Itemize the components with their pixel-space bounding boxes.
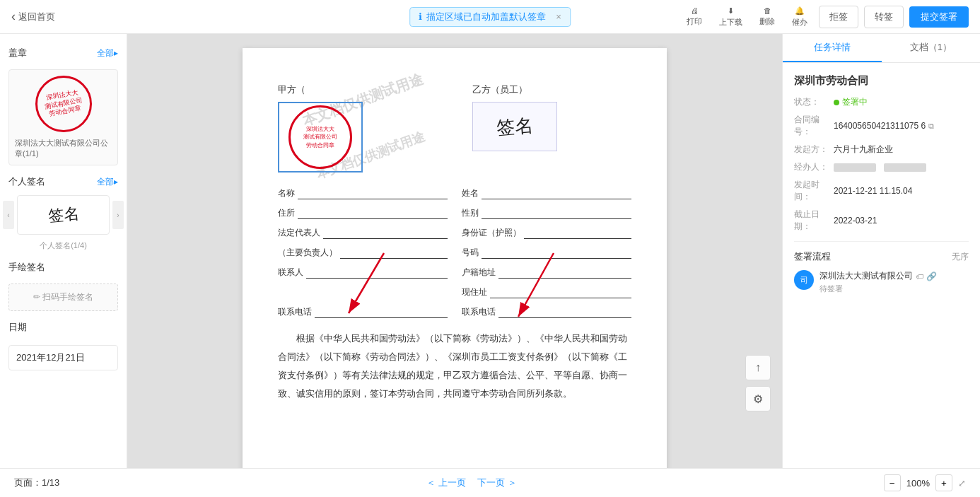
company-stamp-label: 深圳法大大测试有限公司公章(1/1) <box>15 138 112 159</box>
deadline-value: 2022-03-21 <box>834 209 969 233</box>
page-info: 页面：1/13 <box>14 476 59 489</box>
process-name: 深圳法大大测试有限公司 🏷 🔗 <box>819 270 969 282</box>
party-b-sig-box: 乙方（员工） 签名 <box>472 83 631 173</box>
contract-no-value: 164005650421311075 6 ⧉ <box>834 114 969 138</box>
notice-bar-wrapper: ℹ 描定区域已自动加盖默认签章 × <box>409 7 571 27</box>
field-b-phone-line <box>498 305 631 318</box>
tab-document[interactable]: 文档（1） <box>882 34 981 62</box>
field-empty <box>278 286 448 298</box>
field-legal-rep: 法定代表人 <box>278 226 448 239</box>
document-page: 本文档仅供测试用途 本文档仅供测试用途 <box>243 48 667 468</box>
link-icon: 🔗 <box>926 271 937 281</box>
sig-next-button[interactable]: › <box>112 201 124 229</box>
document-scroll-area: 本文档仅供测试用途 本文档仅供测试用途 <box>127 34 782 468</box>
tab-task-details[interactable]: 任务详情 <box>783 34 882 62</box>
print-icon: 🖨 <box>691 6 699 15</box>
field-hukou-line <box>498 266 631 279</box>
zoom-in-button[interactable]: + <box>935 474 952 491</box>
print-button[interactable]: 🖨 打印 <box>681 4 708 30</box>
field-current-addr: 现住址 <box>462 286 631 298</box>
notice-close-icon[interactable]: × <box>556 11 561 22</box>
sig-prev-button[interactable]: ‹ <box>3 201 14 229</box>
field-gender: 性别 <box>462 206 631 219</box>
delete-button[interactable]: 🗑 删除 <box>754 4 781 30</box>
delete-icon: 🗑 <box>764 6 771 15</box>
process-item: 司 深圳法大大测试有限公司 🏷 🔗 待签署 <box>794 270 969 294</box>
handwrite-label: 手绘签名 <box>8 261 45 274</box>
scroll-up-button[interactable]: ↑ <box>745 355 771 380</box>
form-row-2: 住所 性别 <box>278 206 631 219</box>
page-navigation: ＜ 上一页 下一页 ＞ <box>426 476 516 489</box>
download-button[interactable]: ⬇ 上下载 <box>713 4 748 30</box>
field-gender-line <box>482 206 631 219</box>
next-page-button[interactable]: 下一页 ＞ <box>477 476 517 489</box>
field-contact-line <box>306 266 448 279</box>
reject-button[interactable]: 拒签 <box>819 6 858 28</box>
employee-sig-box[interactable]: 签名 <box>472 102 557 151</box>
process-no-link: 无序 <box>952 251 969 263</box>
download-icon: ⬇ <box>728 6 734 16</box>
field-name: 名称 <box>278 187 448 199</box>
stamp-section-header: 盖章 全部▸ <box>0 42 127 64</box>
transfer-button[interactable]: 转签 <box>864 6 904 28</box>
sender-value: 六月十九新企业 <box>834 144 969 156</box>
status-value: 签署中 <box>834 96 969 108</box>
field-address: 住所 <box>278 206 448 219</box>
notice-text: 描定区域已自动加盖默认签章 <box>426 11 546 23</box>
party-b-label: 乙方（员工） <box>472 83 631 96</box>
form-row-1: 名称 姓名 <box>278 187 631 199</box>
date-label: 日期 <box>8 321 27 334</box>
field-name-line <box>298 187 448 199</box>
right-panel: 任务详情 文档（1） 深圳市劳动合同 状态： 签署中 合同编号： 1640056… <box>782 34 980 468</box>
personal-sig-all-link[interactable]: 全部▸ <box>97 176 118 188</box>
status-label: 状态： <box>794 96 834 108</box>
handler-value <box>834 161 969 173</box>
status-text: 签署中 <box>842 96 868 108</box>
submit-button[interactable]: 提交签署 <box>909 6 969 28</box>
field-id-line <box>524 226 631 239</box>
field-a-phone-line <box>315 305 448 318</box>
company-stamp-doc-text: 深圳法大大测试有限公司劳动合同章 <box>303 125 337 149</box>
personal-sig-preview[interactable]: 签名 <box>17 195 110 235</box>
right-tabs: 任务详情 文档（1） <box>783 34 980 63</box>
company-stamp-text: 深圳法大大测试有限公司劳动合同章 <box>42 88 84 119</box>
company-stamp-circle: 深圳法大大测试有限公司劳动合同章 <box>35 76 92 132</box>
field-address-line <box>298 206 448 219</box>
remind-button[interactable]: 🔔 催办 <box>786 4 813 30</box>
remind-icon: 🔔 <box>795 6 805 16</box>
field-legal-rep-line <box>323 226 448 239</box>
back-arrow-icon: ‹ <box>11 9 16 24</box>
company-stamp-preview[interactable]: 深圳法大大测试有限公司劳动合同章 深圳法大大测试有限公司公章(1/1) <box>8 69 118 165</box>
party-a-sig-box: 甲方（ 深圳法大大测试有限公司劳动合同章 <box>278 83 437 173</box>
stamp-all-link[interactable]: 全部▸ <box>97 47 118 59</box>
field-id-number: 号码 <box>462 246 631 259</box>
handler-label: 经办人： <box>794 161 834 173</box>
form-row-4: （主要负责人） 号码 <box>278 246 631 259</box>
form-row-6: 现住址 <box>278 286 631 298</box>
status-dot <box>834 100 839 105</box>
field-surname: 姓名 <box>462 187 631 199</box>
info-row-contract-no: 合同编号： 164005650421311075 6 ⧉ <box>794 114 969 138</box>
handwrite-box[interactable]: ✏ 扫码手绘签名 <box>8 283 118 311</box>
start-time-label: 发起时间： <box>794 179 834 203</box>
zoom-out-button[interactable]: − <box>884 474 901 491</box>
personal-sig-container: ‹ 签名 › <box>0 192 127 238</box>
company-stamp-box[interactable]: 深圳法大大测试有限公司劳动合同章 <box>278 102 363 173</box>
back-label: 返回首页 <box>18 11 55 23</box>
download-label: 上下载 <box>719 17 742 28</box>
settings-button[interactable]: ⚙ <box>745 386 771 411</box>
fit-icon[interactable]: ⤢ <box>958 478 966 489</box>
tag-icon: 🏷 <box>916 272 923 281</box>
zoom-level: 100% <box>906 478 930 489</box>
date-value: 2021年12月21日 <box>8 345 118 370</box>
contract-no-label: 合同编号： <box>794 114 834 138</box>
notice-bar: ℹ 描定区域已自动加盖默认签章 × <box>409 7 571 27</box>
back-button[interactable]: ‹ 返回首页 <box>11 9 55 24</box>
sidebar: 盖章 全部▸ 深圳法大大测试有限公司劳动合同章 深圳法大大测试有限公司公章(1/… <box>0 34 127 468</box>
copy-icon[interactable]: ⧉ <box>928 122 934 131</box>
info-row-start-time: 发起时间： 2021-12-21 11.15.04 <box>794 179 969 203</box>
prev-page-button[interactable]: ＜ 上一页 <box>426 476 466 489</box>
stamp-section-label: 盖章 <box>8 47 27 59</box>
date-section: 2021年12月21日 <box>0 338 127 375</box>
start-time-value: 2021-12-21 11.15.04 <box>834 179 969 203</box>
